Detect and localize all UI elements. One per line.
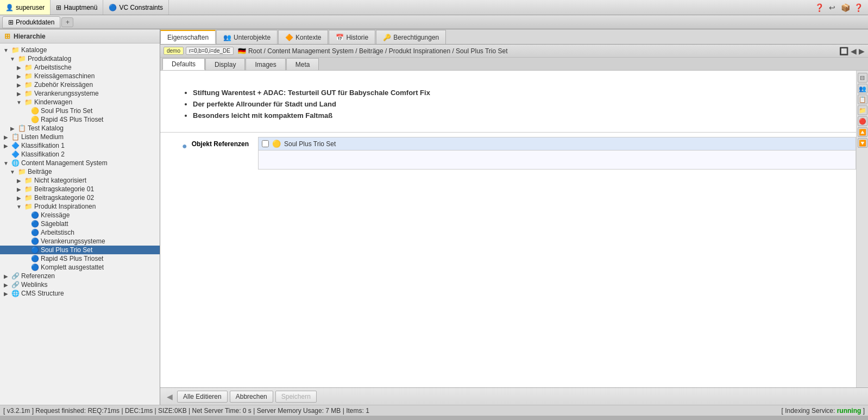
breadcrumb-icon-2[interactable]: ◀ xyxy=(851,47,857,55)
package-icon[interactable]: 📦 xyxy=(840,2,851,13)
tree-item-cms-structure[interactable]: ▶🌐CMS Structure xyxy=(0,289,160,298)
back-icon[interactable]: ↩ xyxy=(827,2,838,13)
expand-icon: ▼ xyxy=(15,204,23,210)
cr-btn-4[interactable]: 📁 xyxy=(858,105,867,115)
icon-folder-icon: 📁 xyxy=(18,168,26,175)
cr-btn-1[interactable]: ⊟ xyxy=(858,73,867,83)
alle-editieren-button[interactable]: Alle Editieren xyxy=(177,391,228,403)
tree-item-label: Kreissäge xyxy=(41,211,158,219)
tree-item-produktkatalog[interactable]: ▼📁Produktkatalog xyxy=(0,54,160,63)
tree-item-kreissagemaschinen[interactable]: ▶📁Kreissägemaschinen xyxy=(0,72,160,80)
tabbar: ⊞ Produktdaten + xyxy=(0,15,868,29)
tree-item-kinderwagen[interactable]: ▼📁Kinderwagen xyxy=(0,98,160,106)
tab-kontexte[interactable]: 🔶 Kontexte xyxy=(278,30,328,44)
nav-prev-button[interactable]: ◀ xyxy=(165,391,175,402)
obj-ref-item-icon: 🟡 xyxy=(272,140,281,148)
tree-item-produkt-inspirationen[interactable]: ▼📁Produkt Inspirationen xyxy=(0,202,160,211)
panel-tab-meta[interactable]: Meta xyxy=(286,58,319,70)
info-icon[interactable]: ❓ xyxy=(853,2,864,13)
cr-btn-2[interactable]: 👥 xyxy=(858,84,867,93)
icon-folder-icon: 📁 xyxy=(24,72,33,80)
panel-tab-images[interactable]: Images xyxy=(246,58,285,70)
tree-item-klassifikation-2[interactable]: 🔷Klassifikation 2 xyxy=(0,150,160,159)
breadcrumb-icon-3[interactable]: ▶ xyxy=(859,47,865,55)
abbrechen-button[interactable]: Abbrechen xyxy=(230,391,273,403)
panel-tab-display[interactable]: Display xyxy=(205,58,245,70)
tab-historie[interactable]: 📅 Historie xyxy=(329,30,375,44)
expand-icon: ▶ xyxy=(2,143,10,149)
topbar-superuser[interactable]: 👤 superuser xyxy=(0,0,51,15)
tree-item-weblinks[interactable]: ▶🔗Weblinks xyxy=(0,280,160,289)
icon-cms-icon: 🌐 xyxy=(11,290,20,297)
obj-ref-dot: ● xyxy=(182,141,187,151)
sidebar-header: ⊞ Hierarchie xyxy=(0,29,160,43)
tree-item-rapid-4s[interactable]: 🟡Rapid 4S Plus Trioset xyxy=(0,115,160,124)
icon-list-icon: 📋 xyxy=(18,124,26,132)
tree-item-arbeitstische[interactable]: ▶📁Arbeitstische xyxy=(0,63,160,72)
obj-ref-checkbox[interactable] xyxy=(262,140,269,147)
tree-item-soul-plus-trio-set-cms[interactable]: 🔵Soul Plus Trio Set xyxy=(0,246,160,254)
tree-item-nicht-kategorisiert[interactable]: ▶📁Nicht kategorisiert xyxy=(0,176,160,185)
tree-item-beitragskategorie-01[interactable]: ▶📁Beitragskategorie 01 xyxy=(0,185,160,193)
tree-item-label: Klassifikation 2 xyxy=(21,151,158,158)
tree-item-kataloge[interactable]: ▼📁Kataloge xyxy=(0,46,160,54)
tree-item-komplett-ausgestattet[interactable]: 🔵Komplett ausgestattet xyxy=(0,263,160,272)
icon-link-icon: 🔗 xyxy=(11,281,20,289)
topbar-vc-constraints[interactable]: 🔵 VC Constraints xyxy=(103,0,169,15)
tab-add-button[interactable]: + xyxy=(61,17,73,27)
tree-item-listen-medium[interactable]: ▶📋Listen Medium xyxy=(0,133,160,141)
expand-icon: ▼ xyxy=(2,47,10,53)
tree-item-arbeitstisch[interactable]: 🔵Arbeitstisch xyxy=(0,228,160,237)
status-left: [ v3.2.1m ] Request finished: REQ:71ms |… xyxy=(3,407,369,415)
tree-item-label: Weblinks xyxy=(21,281,158,289)
content-right-panel: ⊟ 👥 📋 📁 🔴 🔼 🔽 xyxy=(856,71,868,387)
tree-item-beitragskategorie-02[interactable]: ▶📁Beitragskategorie 02 xyxy=(0,193,160,202)
cr-btn-7[interactable]: 🔽 xyxy=(858,138,867,148)
panel-tab-defaults[interactable]: Defaults xyxy=(162,58,205,70)
tree-item-test-katalog[interactable]: ▶📋Test Katalog xyxy=(0,124,160,133)
tree-item-cms[interactable]: ▼🌐Content Management System xyxy=(0,159,160,167)
bullet-item-3: Besonders leicht mit kompaktem Faltmaß xyxy=(193,110,834,121)
expand-icon: ▼ xyxy=(15,99,23,105)
icon-folder-icon: 📁 xyxy=(24,81,33,89)
obj-ref-row: 🟡 Soul Plus Trio Set xyxy=(259,137,856,151)
tree-item-beitrage[interactable]: ▼📁Beiträge xyxy=(0,167,160,176)
icon-folder-icon: 📁 xyxy=(24,98,33,106)
tree-item-klassifikation-1[interactable]: ▶🔷Klassifikation 1 xyxy=(0,141,160,150)
icon-content-item-icon: 🔵 xyxy=(31,211,39,219)
topbar-hauptmenu[interactable]: ⊞ Hauptmenü xyxy=(51,0,103,15)
tab-berechtigungen[interactable]: 🔑 Berechtigungen xyxy=(376,30,446,44)
expand-icon: ▶ xyxy=(2,282,10,288)
flag-icon: 🇩🇪 xyxy=(238,47,246,55)
sidebar-tree[interactable]: ▼📁Kataloge▼📁Produktkatalog▶📁Arbeitstisch… xyxy=(0,43,160,405)
help-icon[interactable]: ❓ xyxy=(814,2,825,13)
grid-icon: ⊞ xyxy=(56,4,61,11)
tree-item-sageblatt[interactable]: 🔵Sägeblatt xyxy=(0,220,160,228)
cr-btn-5[interactable]: 🔴 xyxy=(858,116,867,126)
rev-badge: r=0,b=0,i=de_DE xyxy=(186,47,234,55)
expand-icon: ▶ xyxy=(15,73,23,79)
icon-doc-icon: 🟡 xyxy=(31,107,39,115)
tree-item-rapid-4s-cms[interactable]: 🔵Rapid 4S Plus Trioset xyxy=(0,254,160,263)
tree-item-verankerungssysteme[interactable]: ▶📁Verankerungssysteme xyxy=(0,89,160,98)
breadcrumb-icon-1[interactable]: 🔲 xyxy=(839,47,848,55)
tree-item-referenzen[interactable]: ▶🔗Referenzen xyxy=(0,272,160,280)
tree-item-label: Soul Plus Trio Set xyxy=(41,107,158,115)
tree-item-kreissage[interactable]: 🔵Kreissäge xyxy=(0,211,160,220)
cr-btn-3[interactable]: 📋 xyxy=(858,95,867,104)
expand-icon: ▶ xyxy=(2,134,10,140)
icon-cms-icon: 🌐 xyxy=(11,159,20,167)
speichern-button[interactable]: Speichern xyxy=(275,391,317,403)
grid-icon-tab: ⊞ xyxy=(8,18,14,26)
icon-doc-icon: 🟡 xyxy=(31,116,39,123)
topbar: 👤 superuser ⊞ Hauptmenü 🔵 VC Constraints… xyxy=(0,0,868,15)
tab-produktdaten[interactable]: ⊞ Produktdaten xyxy=(2,16,60,28)
tree-item-verankerungssysteme-cms[interactable]: 🔵Verankerungssysteme xyxy=(0,237,160,246)
tab-unterobjekte[interactable]: 👥 Unterobjekte xyxy=(216,30,278,44)
status-right: [ Indexing Service: running ] xyxy=(782,407,865,415)
tree-item-zubehor[interactable]: ▶📁Zubehör Kreissägen xyxy=(0,80,160,89)
cr-btn-6[interactable]: 🔼 xyxy=(858,127,867,137)
tree-item-soul-plus-trio-set[interactable]: 🟡Soul Plus Trio Set xyxy=(0,106,160,115)
tab-eigenschaften[interactable]: Eigenschaften xyxy=(160,30,216,44)
tree-item-label: Listen Medium xyxy=(21,133,158,141)
